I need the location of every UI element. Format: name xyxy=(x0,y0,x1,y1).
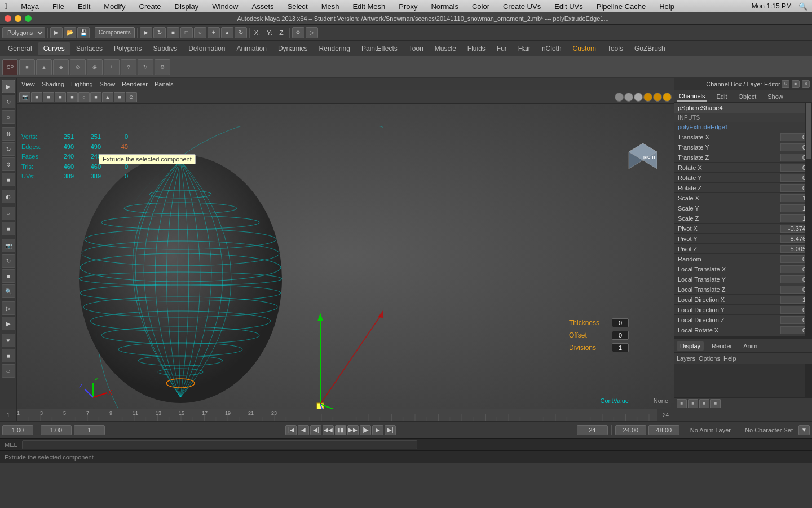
ch-tab-object[interactable]: Object xyxy=(736,92,758,101)
offset-value[interactable]: 0 xyxy=(612,331,629,340)
lt-tab-render[interactable]: Render xyxy=(708,341,735,351)
shelf-tab-surfaces[interactable]: Surfaces xyxy=(70,42,108,55)
range-end2-input[interactable]: 48.00 xyxy=(648,425,679,435)
shelf-tab-painteffects[interactable]: PaintEffects xyxy=(356,42,403,55)
ch-icon-1[interactable]: ↻ xyxy=(782,80,789,88)
snap-surface[interactable]: ▲ xyxy=(221,27,233,38)
render-icon[interactable]: ▷ xyxy=(2,301,15,315)
vp-menu-renderer[interactable]: Renderer xyxy=(122,81,148,87)
maximize-button[interactable] xyxy=(25,15,32,22)
menu-color[interactable]: Color xyxy=(470,2,492,11)
history-btn[interactable]: ↻ xyxy=(235,27,247,38)
vp-icon-4[interactable]: ■ xyxy=(55,92,66,102)
render-btn[interactable]: ▷ xyxy=(306,27,318,38)
camera-tool-icon[interactable]: 📷 xyxy=(2,239,15,252)
shelf-icon-7[interactable]: + xyxy=(104,59,120,75)
select-tool[interactable]: ▶ xyxy=(140,27,152,38)
soft-mod-icon[interactable]: ◐ xyxy=(2,190,15,203)
tl-container[interactable]: 1 3 5 7 9 11 13 15 17 19 21 23 xyxy=(17,409,657,421)
universal-manip-icon[interactable]: ■ xyxy=(2,173,15,186)
prev-key-btn[interactable]: ◀| xyxy=(310,425,321,435)
menu-create-uvs[interactable]: Create UVs xyxy=(501,2,543,11)
prev-frame-btn[interactable]: ◀ xyxy=(298,425,309,435)
range-end-input[interactable]: 24.00 xyxy=(615,425,646,435)
snap-grid[interactable]: □ xyxy=(180,27,193,38)
layer-icon-4[interactable]: ■ xyxy=(710,399,721,408)
ch-tab-show[interactable]: Show xyxy=(765,92,785,101)
paint-tool[interactable]: ■ xyxy=(167,27,179,38)
ch-input-name[interactable]: polyExtrudeEdge1 xyxy=(674,122,812,132)
cloth-icon[interactable]: ■ xyxy=(2,349,15,362)
shelf-icon-6[interactable]: ◉ xyxy=(87,59,103,75)
vp-icon-9[interactable]: ■ xyxy=(114,92,125,102)
lasso-tool[interactable]: ↻ xyxy=(153,27,166,38)
vp-sphere-5[interactable] xyxy=(653,93,662,102)
shelf-tab-gozbrush[interactable]: GoZBrush xyxy=(629,42,671,55)
vp-icon-select[interactable]: ■ xyxy=(31,92,42,102)
ch-tab-edit[interactable]: Edit xyxy=(714,92,729,101)
timeline-ruler[interactable]: 1 1 3 5 7 9 11 13 15 17 19 21 23 24 xyxy=(0,409,812,421)
scale-tool-icon[interactable]: ⇕ xyxy=(2,157,15,171)
range-start-input[interactable]: 1.00 xyxy=(41,425,72,435)
goto-end-btn[interactable]: ▶| xyxy=(385,425,396,435)
shelf-tab-hair[interactable]: Hair xyxy=(513,42,536,55)
shelf-tab-tools[interactable]: Tools xyxy=(602,42,629,55)
vp-sphere-1[interactable] xyxy=(615,93,624,102)
lasso-select-icon[interactable]: ↻ xyxy=(2,95,15,108)
shelf-icon-2[interactable]: ■ xyxy=(19,59,35,75)
menu-window[interactable]: Window xyxy=(210,2,240,11)
ch-icon-2[interactable]: ■ xyxy=(792,80,800,88)
show-manip-icon[interactable]: ○ xyxy=(2,207,15,220)
ch-scrollbar[interactable] xyxy=(805,103,812,336)
save-btn[interactable]: 💾 xyxy=(77,27,90,38)
shelf-icon-10[interactable]: ⚙ xyxy=(155,59,170,75)
layer-scrollbar[interactable] xyxy=(805,364,812,397)
menu-mesh[interactable]: Mesh xyxy=(319,2,342,11)
vp-sphere-4[interactable] xyxy=(643,93,652,102)
vp-icon-3[interactable]: ■ xyxy=(43,92,54,102)
paint-select-icon[interactable]: ○ xyxy=(2,110,15,124)
shelf-tab-general[interactable]: General xyxy=(2,42,38,55)
lt-sub-help[interactable]: Help xyxy=(723,355,736,362)
snap-point[interactable]: + xyxy=(208,27,220,38)
snap-icon[interactable]: ■ xyxy=(2,222,15,235)
next-frame-btn[interactable]: ▶ xyxy=(372,425,383,435)
lt-sub-layers[interactable]: Layers xyxy=(677,355,695,362)
layer-icon-3[interactable]: ■ xyxy=(699,399,709,408)
shelf-icon-3[interactable]: ▲ xyxy=(36,59,52,75)
vp-sphere-2[interactable] xyxy=(624,93,633,102)
view-cube[interactable]: RIGHT xyxy=(623,138,663,177)
thickness-value[interactable]: 0 xyxy=(612,318,629,327)
vp-icon-5[interactable]: ■ xyxy=(67,92,78,102)
vp-icon-7[interactable]: ■ xyxy=(90,92,102,102)
dynamic-icon[interactable]: ☺ xyxy=(2,364,15,378)
next-key-btn[interactable]: |▶ xyxy=(360,425,371,435)
vp-icon-camera[interactable]: 📷 xyxy=(19,92,30,102)
ch-icon-close[interactable]: ✕ xyxy=(802,80,810,88)
shelf-tab-custom[interactable]: Custom xyxy=(567,42,602,55)
menu-help[interactable]: Help xyxy=(657,2,677,11)
shelf-tab-animation[interactable]: Animation xyxy=(231,42,272,55)
minimize-button[interactable] xyxy=(15,15,21,22)
shelf-tab-rendering[interactable]: Rendering xyxy=(314,42,356,55)
menu-modify[interactable]: Modify xyxy=(102,2,127,11)
snap-curve[interactable]: ○ xyxy=(194,27,206,38)
apple-logo[interactable]:  xyxy=(5,2,7,11)
menu-file[interactable]: File xyxy=(50,2,67,11)
ch-tab-channels[interactable]: Channels xyxy=(677,91,707,102)
mode-select[interactable]: Polygons xyxy=(2,27,45,38)
search-icon[interactable]: 🔍 xyxy=(798,2,807,11)
mel-input[interactable] xyxy=(22,440,418,449)
shelf-tab-curves[interactable]: Curves xyxy=(38,42,70,55)
close-button[interactable] xyxy=(5,15,11,22)
divisions-value[interactable]: 1 xyxy=(612,343,629,352)
menu-edit[interactable]: Edit xyxy=(76,2,92,11)
ipr-render-icon[interactable]: ▶ xyxy=(2,317,15,330)
play-fwd-btn[interactable]: ▶▶ xyxy=(347,425,359,435)
render-settings[interactable]: ⚙ xyxy=(292,27,304,38)
vp-icon-10[interactable]: ⊙ xyxy=(126,92,137,102)
move-tool-icon[interactable]: ⇅ xyxy=(2,127,15,141)
stop-btn[interactable]: ▮▮ xyxy=(335,425,346,435)
shelf-tab-fluids[interactable]: Fluids xyxy=(462,42,491,55)
vp-menu-shading[interactable]: Shading xyxy=(42,81,64,87)
